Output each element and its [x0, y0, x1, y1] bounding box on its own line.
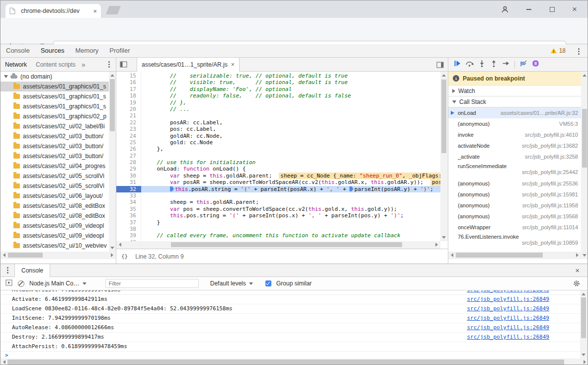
minimize-button[interactable] [517, 0, 540, 18]
window-close-button[interactable]: × [563, 0, 586, 18]
navigator-vertical-scrollbar[interactable] [109, 72, 116, 252]
code-line-text[interactable] [141, 226, 440, 232]
code-line-text[interactable] [141, 153, 440, 159]
maximize-button[interactable] [541, 0, 564, 18]
line-number[interactable]: 35 [116, 206, 141, 212]
expand-caret-icon[interactable] [4, 75, 8, 78]
tab-content-scripts[interactable]: Content scripts [31, 61, 80, 68]
console-prompt-chevron[interactable]: > [5, 352, 8, 359]
console-filter-input[interactable] [105, 279, 199, 288]
line-number[interactable]: 24 [116, 133, 141, 139]
console-settings-gear-icon[interactable] [573, 280, 580, 288]
profile-icon[interactable] [494, 0, 516, 18]
code-line-text[interactable]: var posAR = sheep.convertToWorldSpaceAR(… [141, 179, 440, 185]
step-into-button[interactable] [478, 60, 486, 69]
tab-profiler[interactable]: Profiler [104, 44, 135, 57]
step-button[interactable] [502, 60, 510, 69]
line-number[interactable]: 18 [116, 92, 141, 99]
code-line-text[interactable]: }, [141, 146, 440, 152]
code-line-text[interactable] [141, 112, 440, 119]
more-tabs-chevrons[interactable]: » [80, 61, 87, 69]
call-stack-section-header[interactable]: Call Stack [448, 96, 588, 107]
tree-item[interactable]: assets/cases/02_ui/08_editBox [0, 201, 115, 211]
line-number[interactable]: 33 [116, 192, 141, 199]
code-line-text[interactable]: // use this for initialization [141, 159, 440, 166]
tree-item[interactable]: assets/cases/02_ui/08_editBox [0, 211, 115, 221]
call-stack-frame[interactable]: runSceneImmediatesrc/jsb_polyfill.js:254… [448, 162, 581, 178]
console-vertical-scrollbar[interactable] [580, 290, 588, 359]
navigator-toggle-icon[interactable] [120, 61, 128, 68]
line-number[interactable]: 25 [116, 139, 141, 146]
console-horizontal-scrollbar[interactable] [0, 359, 588, 365]
editor-vertical-scrollbar[interactable] [440, 72, 448, 241]
tab-sources[interactable]: Sources [35, 44, 70, 57]
pause-on-exceptions-button[interactable] [532, 60, 539, 69]
debugger-vertical-scrollbar[interactable] [581, 72, 588, 259]
line-number[interactable]: 31 [116, 179, 141, 185]
call-stack-frame[interactable]: (anonymous)src/jsb_polyfill.js:19568 [448, 211, 581, 222]
code-line-text[interactable]: goldAR: cc.Node, [141, 133, 440, 139]
line-number[interactable]: 38 [116, 226, 141, 232]
tab-network[interactable]: Network [0, 61, 31, 68]
call-stack-frame[interactable]: _activatesrc/jsb_polyfill.js:3258 [448, 151, 581, 162]
watch-section-header[interactable]: Watch [448, 86, 588, 96]
tree-item[interactable]: assets/cases/01_graphics/01_s [0, 82, 115, 91]
code-line-text[interactable]: // visible: true, // optional, default i… [141, 79, 440, 86]
drawer-close-icon[interactable]: × [575, 266, 580, 274]
line-number[interactable]: 16 [116, 79, 141, 86]
code-line-text[interactable]: // displayName: 'Foo', // optional [141, 86, 440, 92]
navigator-horizontal-scrollbar[interactable] [0, 252, 116, 259]
line-number[interactable]: 26 [116, 146, 141, 152]
code-line-text[interactable]: sheep = this.goldAR.parent; [141, 199, 440, 205]
line-number[interactable]: 37 [116, 219, 141, 226]
call-stack-frame[interactable]: (anonymous)VM55:3 [448, 118, 581, 129]
line-number[interactable]: 23 [116, 126, 141, 132]
tab-console[interactable]: Console [0, 44, 35, 57]
line-number[interactable]: 29 [116, 166, 141, 172]
call-stack-frame[interactable]: activateNodesrc/jsb_polyfill.js:13682 [448, 140, 581, 151]
console-prompt-row[interactable]: > [0, 352, 580, 359]
group-similar-checkbox[interactable] [265, 280, 271, 286]
tree-item[interactable]: assets/cases/02_ui/09_videopl [0, 221, 115, 231]
line-number[interactable]: 22 [116, 119, 141, 126]
console-message-link[interactable]: src/jsb_polyfill.js:26849 [467, 314, 549, 323]
line-number[interactable]: 19 [116, 99, 141, 106]
line-number[interactable]: 34 [116, 199, 141, 205]
code-line-text[interactable]: var sheep = this.goldAR.parent;sheep = c… [141, 173, 440, 179]
tree-root-domain[interactable]: (no domain) [0, 72, 115, 82]
code-line-text[interactable]: // called every frame, uncomment this fu… [141, 232, 440, 239]
navigator-kebab-icon[interactable] [108, 64, 110, 65]
editor-file-tab[interactable]: assets/cases/01…1_sprite/AR.js × [137, 58, 240, 72]
debugger-horizontal-scrollbar[interactable] [448, 252, 581, 259]
editor-panel-toggle-icon[interactable] [436, 62, 444, 68]
console-message-link[interactable]: src/jsb_polyfill.js:26849 [467, 295, 549, 304]
code-line-text[interactable] [141, 192, 440, 199]
call-stack-frame[interactable]: onLoadassets/cases/01…prite/AR.js:32 [448, 107, 581, 118]
tree-item[interactable]: assets/cases/01_graphics/01_s [0, 91, 115, 101]
line-number[interactable]: 28 [116, 159, 141, 166]
tree-item[interactable]: assets/cases/02_ui/05_scrollVi [0, 171, 115, 181]
panel-divider-right[interactable] [448, 58, 448, 264]
tree-item[interactable]: assets/cases/02_ui/03_button/ [0, 141, 115, 151]
step-out-button[interactable] [490, 60, 498, 69]
tree-item[interactable]: assets/cases/02_ui/06_layout/ [0, 191, 115, 201]
call-stack-frame[interactable]: (anonymous)src/jsb_polyfill.js:15981 [448, 189, 581, 200]
code-line-text[interactable]: pos: cc.Label, [141, 126, 440, 132]
code-line-text[interactable]: // serializable: true, // optional, defa… [141, 73, 440, 79]
line-number[interactable]: 17 [116, 86, 141, 92]
code-line-text[interactable]: // readonly: false, // optional, default… [141, 92, 440, 99]
code-line-text[interactable]: this.posAR.string = '(' + parseInt(posAR… [141, 186, 440, 192]
line-number[interactable]: 21 [116, 112, 141, 119]
inline-breakpoint-marker[interactable] [170, 186, 174, 191]
line-number[interactable]: 36 [116, 212, 141, 219]
call-stack-frame[interactable]: (anonymous)src/jsb_polyfill.js:25536 [448, 178, 581, 189]
tab-memory[interactable]: Memory [70, 44, 104, 57]
call-stack-frame[interactable]: (anonymous)src/jsb_polyfill.js:11958 [448, 200, 581, 211]
pretty-print-button[interactable]: {} [121, 253, 128, 260]
code-line-text[interactable]: } [141, 219, 440, 226]
tree-item[interactable]: assets/cases/02_ui/02_label/Bi [0, 121, 115, 131]
tree-item[interactable]: assets/cases/02_ui/03_button/ [0, 131, 115, 141]
tree-item[interactable]: assets/cases/01_graphics/02_p [0, 111, 115, 121]
code-line-text[interactable]: posAR: cc.Label, [141, 119, 440, 126]
execution-context-selector[interactable]: Node.js Main Co… [29, 280, 86, 287]
